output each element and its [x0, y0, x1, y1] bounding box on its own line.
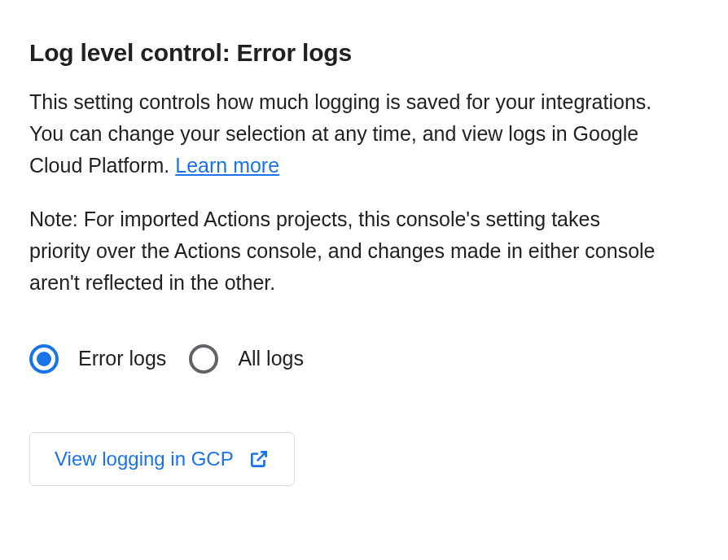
- svg-line-0: [257, 452, 266, 461]
- radio-label-all-logs: All logs: [238, 347, 304, 370]
- description-block: This setting controls how much logging i…: [29, 86, 664, 299]
- description-paragraph-2: Note: For imported Actions projects, thi…: [29, 203, 664, 298]
- radio-unselected-icon: [189, 344, 218, 374]
- description-text-1: This setting controls how much logging i…: [29, 90, 651, 177]
- learn-more-link[interactable]: Learn more: [175, 154, 279, 177]
- view-logging-gcp-button[interactable]: View logging in GCP: [29, 432, 295, 486]
- radio-label-error-logs: Error logs: [78, 347, 166, 370]
- section-heading: Log level control: Error logs: [29, 39, 699, 67]
- radio-inner-dot: [37, 352, 51, 366]
- radio-selected-icon: [29, 344, 59, 374]
- log-level-radio-group: Error logs All logs: [29, 344, 699, 374]
- external-link-icon: [248, 448, 270, 470]
- description-paragraph-1: This setting controls how much logging i…: [29, 86, 664, 181]
- radio-option-error-logs[interactable]: Error logs: [29, 344, 166, 374]
- view-logging-label: View logging in GCP: [55, 448, 234, 470]
- radio-option-all-logs[interactable]: All logs: [189, 344, 304, 374]
